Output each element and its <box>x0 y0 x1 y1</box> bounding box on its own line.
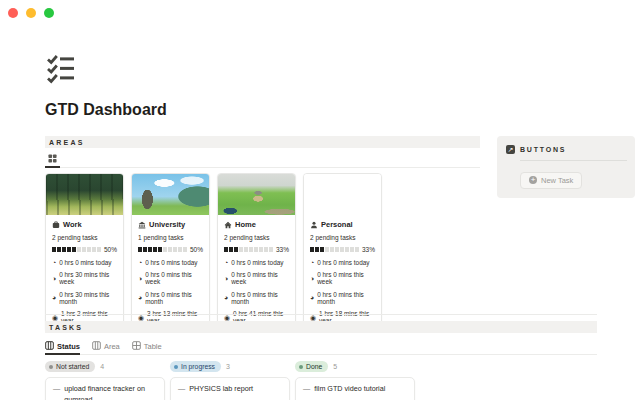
time-stat-text: 0 hrs 0 mins today <box>59 259 111 266</box>
status-badge[interactable]: Done <box>295 361 328 372</box>
progress-cell <box>310 247 314 252</box>
area-time-stat: ◕0 hrs 0 mins this month <box>310 291 375 305</box>
status-dot-icon <box>299 365 303 369</box>
buttons-panel: ↗ BUTTONS + New Task <box>497 136 635 198</box>
time-stat-text: 0 hrs 0 mins this week <box>145 271 203 285</box>
progress-cell <box>67 247 71 252</box>
board-icon <box>92 341 101 352</box>
tab-table[interactable]: Table <box>132 338 162 354</box>
task-card[interactable]: —PHYSICS lab report <box>170 377 290 400</box>
divider <box>520 160 627 161</box>
buttons-heading: BUTTONS <box>520 146 566 153</box>
progress-cell <box>138 247 142 252</box>
tab-label: Area <box>104 342 120 351</box>
progress-cell <box>148 247 152 252</box>
area-cover-image <box>304 174 381 215</box>
progress-cell <box>97 247 101 252</box>
progress-cell <box>178 247 182 252</box>
tab-label: Table <box>144 342 162 351</box>
area-title: Work <box>63 220 82 229</box>
area-pending-count: 2 pending tasks <box>52 234 117 241</box>
status-badge[interactable]: In progress <box>170 361 221 372</box>
area-card[interactable]: Work 2 pending tasks 50% ◔0 hrs 0 mins t… <box>45 173 124 331</box>
area-progress-label: 50% <box>190 246 203 253</box>
progress-cell <box>62 247 66 252</box>
column-count: 3 <box>226 363 230 370</box>
column-count: 4 <box>100 363 104 370</box>
time-stat-text: 0 hrs 0 mins this month <box>317 291 375 305</box>
progress-cell <box>163 247 167 252</box>
progress-cell <box>77 247 81 252</box>
plus-circle-icon: + <box>529 176 537 184</box>
task-card[interactable]: —film GTD video tutorial <box>295 377 415 400</box>
progress-cell <box>229 247 233 252</box>
progress-cell <box>183 247 187 252</box>
page-title: GTD Dashboard <box>45 101 167 119</box>
briefcase-icon <box>52 221 60 229</box>
new-task-label: New Task <box>541 176 573 185</box>
area-card[interactable]: University 1 pending tasks 50% ◔0 hrs 0 … <box>131 173 210 331</box>
area-progress-bar: 50% <box>52 246 117 253</box>
tab-area[interactable]: Area <box>92 338 120 354</box>
progress-cell <box>234 247 238 252</box>
page-icon-wrap[interactable] <box>46 54 76 84</box>
progress-cell <box>345 247 349 252</box>
zoom-button[interactable] <box>44 8 54 18</box>
areas-section: AREAS Work 2 pending tasks 50% ◔0 hrs 0 … <box>45 136 480 331</box>
board-icon <box>45 341 54 352</box>
board-column: Done 5 —film GTD video tutorial <box>295 361 415 400</box>
time-stat-text: 0 hrs 30 mins this week <box>59 271 117 285</box>
board-column: In progress 3 —PHYSICS lab report <box>170 361 290 400</box>
clock-month-icon: ◕ <box>138 294 142 301</box>
minimize-button[interactable] <box>26 8 36 18</box>
dash-icon: — <box>303 384 310 394</box>
progress-cell <box>320 247 324 252</box>
close-button[interactable] <box>8 8 18 18</box>
clock-today-icon: ◔ <box>310 259 314 266</box>
time-stat-text: 0 hrs 0 mins this month <box>145 291 203 305</box>
area-pending-count: 2 pending tasks <box>224 234 289 241</box>
area-time-stat: ◑0 hrs 0 mins this week <box>310 271 375 285</box>
clock-month-icon: ◕ <box>310 294 314 301</box>
status-label: In progress <box>181 363 215 370</box>
area-card[interactable]: Personal 2 pending tasks 33% ◔0 hrs 0 mi… <box>303 173 382 331</box>
progress-cell <box>325 247 329 252</box>
area-pending-count: 1 pending tasks <box>138 234 203 241</box>
progress-cell <box>355 247 359 252</box>
button-block-icon: ↗ <box>506 145 515 154</box>
progress-cell <box>335 247 339 252</box>
area-title: Home <box>235 220 256 229</box>
progress-cell <box>340 247 344 252</box>
gallery-view-tab[interactable] <box>45 149 60 167</box>
time-stat-text: 0 hrs 0 mins this week <box>231 271 289 285</box>
time-stat-text: 0 hrs 0 mins today <box>317 259 369 266</box>
table-icon <box>132 341 141 352</box>
clock-week-icon: ◑ <box>138 275 142 282</box>
status-label: Done <box>306 363 322 370</box>
progress-cell <box>168 247 172 252</box>
area-time-stat: ◔0 hrs 0 mins today <box>52 259 117 266</box>
clock-month-icon: ◕ <box>52 294 56 301</box>
progress-cell <box>239 247 243 252</box>
progress-cell <box>173 247 177 252</box>
task-title: film GTD video tutorial <box>314 384 385 395</box>
task-card[interactable]: —upload finance tracker on gumroad <box>45 377 165 400</box>
area-time-stat: ◔0 hrs 0 mins today <box>224 259 289 266</box>
status-badge[interactable]: Not started <box>45 361 95 372</box>
tab-status[interactable]: Status <box>45 338 80 354</box>
progress-cell <box>52 247 56 252</box>
tab-label: Status <box>57 342 80 351</box>
content-columns: AREAS Work 2 pending tasks 50% ◔0 hrs 0 … <box>45 136 635 331</box>
dash-icon: — <box>178 384 185 394</box>
area-title: Personal <box>321 220 353 229</box>
new-task-button[interactable]: + New Task <box>520 172 582 189</box>
area-time-stat: ◑0 hrs 30 mins this week <box>52 271 117 285</box>
progress-cell <box>72 247 76 252</box>
tasks-board: Not started 4 —upload finance tracker on… <box>45 361 597 400</box>
area-time-stat: ◑0 hrs 0 mins this week <box>138 271 203 285</box>
home-icon <box>224 221 232 229</box>
active-view-underline <box>45 166 60 168</box>
buttons-panel-header: ↗ BUTTONS <box>506 145 627 154</box>
area-card[interactable]: Home 2 pending tasks 33% ◔0 hrs 0 mins t… <box>217 173 296 331</box>
board-column: Not started 4 —upload finance tracker on… <box>45 361 165 400</box>
